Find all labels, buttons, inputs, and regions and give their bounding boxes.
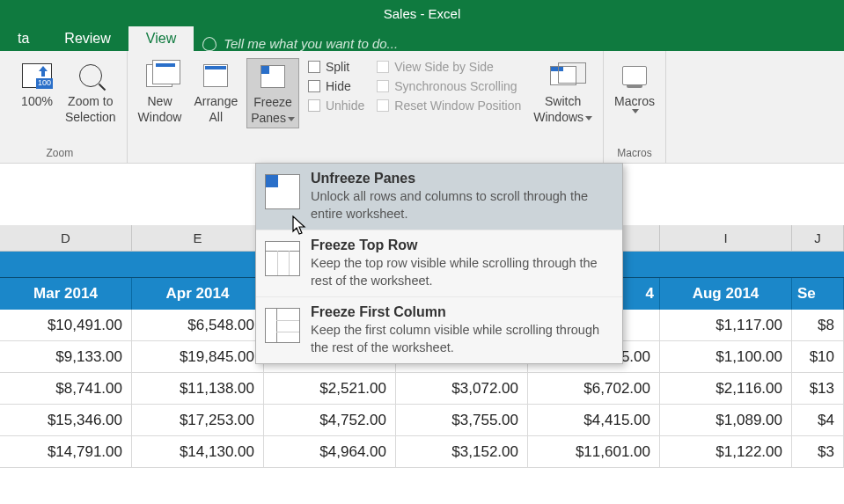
cell[interactable]: $13	[792, 373, 844, 404]
dd-title: Freeze Top Row	[311, 237, 613, 253]
zoom-100-icon	[22, 63, 52, 88]
magnifier-icon	[79, 64, 102, 87]
chevron-down-icon	[632, 109, 639, 113]
cell[interactable]: $3	[792, 436, 844, 467]
titlebar: Sales - Excel	[0, 0, 844, 26]
tell-me-search[interactable]: Tell me what you want to do...	[202, 36, 398, 51]
reset-window-position-button: Reset Window Position	[377, 99, 521, 113]
label-line1: Freeze	[253, 94, 292, 110]
cell[interactable]: $2,521.00	[264, 373, 396, 404]
split-button[interactable]: Split	[308, 60, 364, 74]
group-label-zoom: Zoom	[0, 145, 120, 161]
freeze-panes-icon	[261, 65, 285, 88]
cell[interactable]: $14,791.00	[0, 436, 132, 467]
dd-title: Freeze First Column	[311, 304, 613, 320]
tab-data[interactable]: ta	[0, 26, 47, 51]
header-aug[interactable]: Aug 2014	[660, 278, 792, 310]
zoom-button-partial[interactable]	[0, 58, 12, 62]
cell[interactable]: $19,845.00	[132, 341, 264, 372]
cell[interactable]: $1,089.00	[660, 405, 792, 435]
table-row: $15,346.00$17,253.00$4,752.00$3,755.00$4…	[0, 405, 844, 436]
new-window-button[interactable]: New Window	[135, 58, 186, 127]
label-line1: Macros	[614, 93, 655, 109]
cell[interactable]: $17,253.00	[132, 405, 264, 435]
col-header-I[interactable]: I	[660, 225, 792, 251]
dd-desc: Keep the top row visible while scrolling…	[311, 255, 613, 289]
chevron-down-icon	[288, 117, 295, 121]
cell[interactable]: $4,415.00	[528, 405, 660, 435]
group-macros: Macros Macros	[604, 51, 666, 163]
group-label-macros: Macros	[611, 145, 658, 161]
cell[interactable]: $11,138.00	[132, 373, 264, 404]
ribbon: 100% Zoom to Selection Zoom New Window A…	[0, 51, 844, 164]
zoom-100-label: 100%	[21, 93, 53, 109]
cell[interactable]: $3,072.00	[396, 373, 528, 404]
macros-icon	[622, 66, 647, 85]
group-window: New Window Arrange All Freeze Panes Spli…	[128, 51, 604, 163]
cell[interactable]: $3,755.00	[396, 405, 528, 435]
switch-windows-button[interactable]: Switch Windows	[530, 58, 596, 127]
unhide-button[interactable]: Unhide	[308, 99, 364, 113]
macros-button[interactable]: Macros	[611, 58, 658, 115]
freeze-first-column-item[interactable]: Freeze First Column Keep the first colum…	[256, 297, 622, 363]
freeze-first-col-icon	[265, 308, 300, 343]
arrange-all-button[interactable]: Arrange All	[190, 58, 241, 127]
cell[interactable]: $15,346.00	[0, 405, 132, 435]
ribbon-tabs: ta Review View Tell me what you want to …	[0, 26, 844, 51]
col-header-J[interactable]: J	[792, 225, 844, 251]
cell[interactable]: $10,491.00	[0, 310, 132, 340]
header-mar[interactable]: Mar 2014	[0, 278, 132, 310]
cell[interactable]: $4,752.00	[264, 405, 396, 435]
freeze-top-row-item[interactable]: Freeze Top Row Keep the top row visible …	[256, 230, 622, 297]
label-line1: Arrange	[194, 93, 238, 109]
cell[interactable]: $4,964.00	[264, 436, 396, 467]
cell[interactable]: $8	[792, 310, 844, 340]
cell[interactable]: $4	[792, 405, 844, 435]
arrange-all-icon	[203, 64, 228, 87]
col-header-E[interactable]: E	[132, 225, 264, 251]
cell[interactable]: $3,152.00	[396, 436, 528, 467]
label-line2: Panes	[251, 111, 286, 125]
label-line2: Selection	[65, 109, 116, 125]
tab-review[interactable]: Review	[47, 26, 128, 51]
cell[interactable]: $11,601.00	[528, 436, 660, 467]
dd-title: Unfreeze Panes	[311, 171, 613, 186]
header-sep[interactable]: Se	[792, 278, 844, 310]
unfreeze-panes-icon	[265, 174, 300, 209]
dd-desc: Unlock all rows and columns to scroll th…	[311, 188, 613, 223]
cell[interactable]: $8,741.00	[0, 373, 132, 404]
hide-button[interactable]: Hide	[308, 79, 364, 93]
lightbulb-icon	[202, 37, 217, 51]
col-header-D[interactable]: D	[0, 225, 132, 251]
label-line2: Window	[138, 109, 182, 125]
label-line1: Switch	[545, 93, 581, 109]
cell[interactable]: $6,702.00	[528, 373, 660, 404]
switch-windows-icon	[550, 66, 576, 85]
dd-desc: Keep the first column visible while scro…	[311, 322, 613, 356]
cell[interactable]: $9,133.00	[0, 341, 132, 372]
label-line2: Windows	[533, 110, 583, 124]
tab-view[interactable]: View	[128, 26, 194, 51]
cell[interactable]: $1,100.00	[660, 341, 792, 372]
mouse-cursor-icon	[292, 215, 308, 240]
freeze-panes-button[interactable]: Freeze Panes	[246, 58, 299, 128]
window-compare-group: View Side by Side Synchronous Scrolling …	[373, 58, 525, 114]
cell[interactable]: $6,548.00	[132, 310, 264, 340]
cell[interactable]: $1,122.00	[660, 436, 792, 467]
label-line1: Zoom to	[68, 93, 113, 109]
chevron-down-icon	[585, 116, 592, 121]
zoom-to-selection-button[interactable]: Zoom to Selection	[62, 58, 120, 127]
cell[interactable]: $2,116.00	[660, 373, 792, 404]
group-label-window	[135, 145, 596, 161]
tell-me-placeholder: Tell me what you want to do...	[224, 36, 398, 51]
cell[interactable]: $10	[792, 341, 844, 372]
unfreeze-panes-item[interactable]: Unfreeze Panes Unlock all rows and colum…	[256, 164, 622, 230]
cell[interactable]: $14,130.00	[132, 436, 264, 467]
window-split-group: Split Hide Unhide	[305, 58, 368, 114]
synchronous-scrolling-button: Synchronous Scrolling	[377, 79, 521, 93]
zoom-100-button[interactable]: 100%	[18, 58, 56, 111]
freeze-panes-dropdown: Unfreeze Panes Unlock all rows and colum…	[255, 163, 623, 364]
group-zoom: 100% Zoom to Selection Zoom	[0, 51, 128, 163]
header-apr[interactable]: Apr 2014	[132, 278, 264, 310]
cell[interactable]: $1,117.00	[660, 310, 792, 340]
